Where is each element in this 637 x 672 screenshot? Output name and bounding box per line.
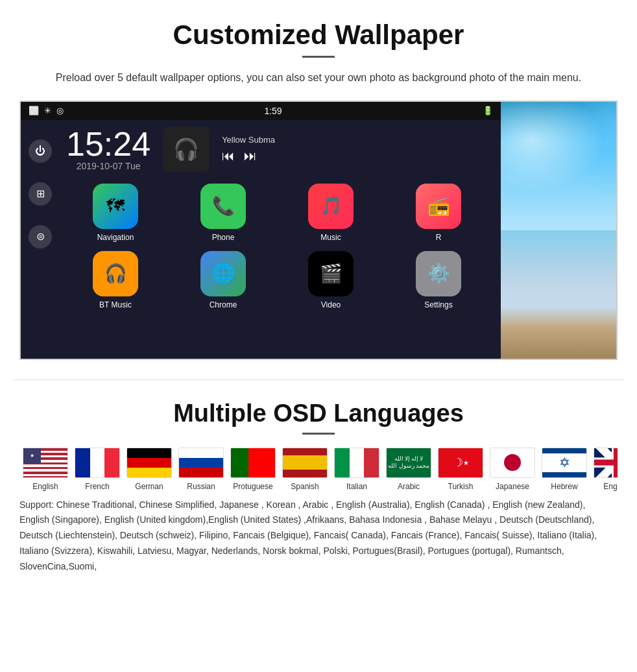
- flag-item-french: French: [71, 448, 123, 491]
- app-chrome[interactable]: 🌐 Chrome: [174, 251, 272, 309]
- brightness-icon: ✳: [44, 106, 51, 115]
- portugal-green: [231, 448, 248, 477]
- flag-item-hebrew: ✡ Hebrew: [538, 448, 590, 491]
- flag-italy: [334, 448, 379, 478]
- flag-arabic: لا إله إلا الله محمد رسول الله: [386, 448, 431, 478]
- flag-germany: [126, 448, 172, 478]
- flag-item-arabic: لا إله إلا الله محمد رسول الله Arabic: [383, 448, 435, 491]
- languages-title: Multiple OSD Languages: [19, 400, 618, 427]
- flag-label-italian: Italian: [346, 482, 367, 491]
- location-icon: ◎: [56, 106, 64, 115]
- app-navigation[interactable]: 🗺 Navigation: [66, 184, 165, 242]
- android-sidebar: ⏻ ⊞ ⊜: [21, 126, 60, 309]
- status-time: 1:59: [264, 106, 282, 116]
- battery-icon: 🔋: [483, 106, 493, 115]
- wallpaper-title: Customized Wallpaper: [19, 19, 618, 51]
- flag-label-arabic: Arabic: [398, 482, 420, 491]
- germany-black: [127, 448, 171, 458]
- flag-item-portuguese: Protuguese: [227, 448, 279, 491]
- status-right-icons: 🔋: [483, 106, 493, 115]
- flag-row: English French German: [19, 448, 618, 491]
- status-bar: ⬜ ✳ ◎ 1:59 🔋: [21, 102, 501, 120]
- flag-japan: [490, 448, 535, 478]
- flag-label-english: English: [32, 482, 58, 491]
- title-divider: [302, 56, 335, 58]
- wallpaper-section: Customized Wallpaper Preload over 5 defa…: [0, 0, 637, 373]
- flag-uk: [594, 448, 618, 478]
- app-radio[interactable]: 📻 R: [389, 184, 488, 242]
- spain-yellow: [283, 455, 327, 470]
- phone-icon: 📞: [200, 184, 246, 229]
- flag-russia: [178, 448, 224, 478]
- chrome-icon: 🌐: [200, 251, 246, 296]
- arabic-text: لا إله إلا الله محمد رسول الله: [388, 455, 429, 470]
- israel-stripe-bottom: [542, 472, 586, 477]
- languages-divider: [302, 433, 335, 435]
- france-blue: [75, 448, 90, 477]
- radio-icon: 📻: [416, 184, 461, 229]
- wallpaper-thumb-bridge[interactable]: [501, 230, 618, 359]
- spain-red-top: [283, 448, 327, 455]
- equalizer-icon[interactable]: ⊜: [29, 225, 52, 248]
- music-title: Yellow Subma: [222, 135, 275, 145]
- star-of-david-icon: ✡: [559, 455, 570, 470]
- israel-star-area: ✡: [542, 453, 586, 472]
- flag-label-uk-english: English: [603, 482, 618, 491]
- music-label: Music: [320, 233, 341, 242]
- turkey-star: ★: [463, 459, 469, 466]
- turkey-crescent: ☽: [453, 455, 463, 470]
- clock-date: 2019-10-07 Tue: [66, 161, 150, 171]
- music-icon-box: 🎧: [163, 126, 209, 172]
- app-phone[interactable]: 📞 Phone: [174, 184, 272, 242]
- app-video[interactable]: 🎬 Video: [282, 251, 380, 309]
- flag-label-french: French: [85, 482, 109, 491]
- israel-stripe-top: [542, 448, 586, 453]
- italy-red: [364, 448, 379, 477]
- app-settings[interactable]: ⚙️ Settings: [389, 251, 488, 309]
- flag-turkey: ☽ ★: [438, 448, 483, 478]
- clock-area: 15:24 2019-10-07 Tue: [66, 127, 150, 171]
- flag-spain: [282, 448, 328, 478]
- app-music[interactable]: 🎵 Music: [282, 184, 380, 242]
- settings-label: Settings: [424, 300, 452, 309]
- radio-label: R: [436, 233, 442, 242]
- android-center: 15:24 2019-10-07 Tue 🎧 Yellow Subma ⏮: [60, 126, 501, 309]
- flag-label-russian: Russian: [187, 482, 215, 491]
- flag-israel: ✡: [542, 448, 587, 478]
- wallpaper-thumb-ice[interactable]: [501, 102, 618, 230]
- flag-item-english: English: [19, 448, 71, 491]
- prev-icon[interactable]: ⏮: [222, 149, 235, 163]
- france-red: [104, 448, 119, 477]
- clock-time: 15:24: [66, 127, 150, 161]
- status-left-icons: ⬜ ✳ ◎: [29, 106, 64, 115]
- music-widget: 🎧: [163, 126, 209, 172]
- germany-gold: [127, 468, 171, 477]
- germany-red: [127, 458, 171, 468]
- russia-blue: [179, 458, 223, 468]
- next-icon[interactable]: ⏭: [244, 149, 257, 163]
- grid-icon[interactable]: ⊞: [29, 182, 52, 206]
- bluetooth-music-icon: 🎧: [173, 137, 199, 162]
- app-grid: 🗺 Navigation 📞 Phone 🎵 Music 📻: [66, 184, 494, 309]
- flag-item-japanese: Japanese: [487, 448, 538, 491]
- flag-item-german: German: [123, 448, 175, 491]
- power-icon[interactable]: ⏻: [29, 139, 52, 163]
- main-area: ⏻ ⊞ ⊜ 15:24 2019-10-07 Tue 🎧: [21, 120, 501, 309]
- russia-red: [179, 468, 223, 477]
- spain-red-bot: [283, 470, 327, 477]
- flag-france: [75, 448, 120, 478]
- app-bt-music[interactable]: 🎧 BT Music: [66, 251, 165, 309]
- video-label: Video: [321, 300, 341, 309]
- japan-circle: [504, 454, 521, 471]
- flag-label-turkish: Turkish: [448, 482, 474, 491]
- music-info-area: Yellow Subma ⏮ ⏭: [222, 135, 275, 163]
- flag-item-turkish: ☽ ★ Turkish: [435, 448, 487, 491]
- france-white: [90, 448, 105, 477]
- android-screen: ⬜ ✳ ◎ 1:59 🔋 ⏻ ⊞ ⊜: [21, 102, 501, 359]
- page-separator: [13, 379, 624, 380]
- clock-music-row: 15:24 2019-10-07 Tue 🎧 Yellow Subma ⏮: [66, 126, 494, 172]
- home-icon: ⬜: [29, 106, 39, 115]
- flag-item-italian: Italian: [331, 448, 383, 491]
- phone-label: Phone: [212, 233, 235, 242]
- russia-white: [179, 448, 223, 458]
